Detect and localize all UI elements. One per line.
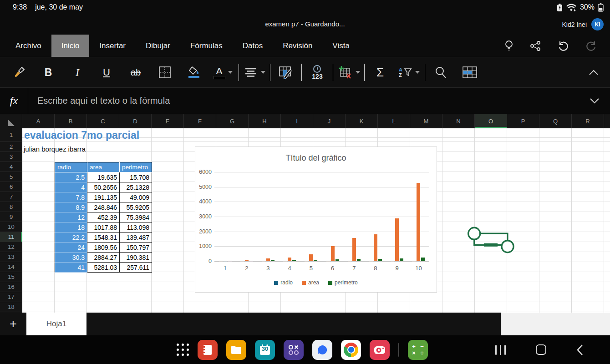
table-cell[interactable]: 55.9205 <box>120 202 152 212</box>
column-header-b[interactable]: B <box>55 114 87 128</box>
recents-button[interactable] <box>495 345 506 355</box>
alignment-button[interactable] <box>240 60 269 85</box>
column-header-l[interactable]: L <box>378 114 410 128</box>
column-header-m[interactable]: M <box>410 114 442 128</box>
chart-bar-perimetro[interactable] <box>378 259 382 261</box>
table-cell[interactable]: 50.2656 <box>87 182 120 192</box>
table-cell[interactable]: 1017.88 <box>87 222 120 233</box>
chart-bar-area[interactable] <box>395 218 399 261</box>
table-cell[interactable]: 24 <box>55 243 87 253</box>
chart-bar-perimetro[interactable] <box>292 260 296 261</box>
table-cell[interactable]: 248.846 <box>87 202 120 212</box>
table-cell[interactable]: 191.135 <box>87 192 120 202</box>
calculator-icon[interactable]: +−×÷ <box>408 340 428 360</box>
table-cell[interactable]: 30.3 <box>55 253 87 263</box>
table-cell[interactable]: 25.1328 <box>120 182 152 192</box>
chart-bar-perimetro[interactable] <box>249 261 253 262</box>
chrome-icon[interactable] <box>341 340 361 360</box>
table-cell[interactable]: 257.611 <box>120 263 152 273</box>
table-cell[interactable]: 113.098 <box>120 222 152 233</box>
chart-bar-radio[interactable] <box>391 261 394 262</box>
underline-button[interactable]: U <box>92 60 121 85</box>
insert-delete-cells-button[interactable] <box>334 60 363 85</box>
column-header-k[interactable]: K <box>346 114 378 128</box>
add-sheet-button[interactable]: + <box>0 313 26 335</box>
row-header-13[interactable]: 13 <box>0 252 22 262</box>
chart-bar-radio[interactable] <box>369 261 373 262</box>
column-header-h[interactable]: H <box>249 114 281 128</box>
cell-style-button[interactable] <box>271 60 300 85</box>
account-chip[interactable]: Kid2 Inei KI <box>562 18 604 30</box>
chart-bar-perimetro[interactable] <box>357 259 361 261</box>
chart-bar-radio[interactable] <box>412 261 416 262</box>
chart-bar-perimetro[interactable] <box>228 261 232 262</box>
chart-bar-area[interactable] <box>352 238 356 261</box>
table-cell[interactable]: 7.8 <box>55 192 87 202</box>
sheet-tab-hoja1[interactable]: Hoja1 <box>26 313 86 335</box>
embedded-bar-chart[interactable]: Título del gráfico radioareaperimetro 01… <box>195 147 437 293</box>
row-header-12[interactable]: 12 <box>0 242 22 252</box>
chart-bar-radio[interactable] <box>305 261 308 262</box>
tab-vista[interactable]: Vista <box>322 35 360 57</box>
chart-bar-area[interactable] <box>266 258 270 261</box>
row-header-10[interactable]: 10 <box>0 222 22 232</box>
tab-datos[interactable]: Datos <box>233 35 273 57</box>
column-header-n[interactable]: N <box>442 114 475 128</box>
table-cell[interactable]: 4 <box>55 182 87 192</box>
my-files-icon[interactable] <box>226 340 246 360</box>
table-cell[interactable]: 2884.27 <box>87 253 120 263</box>
tab-archivo[interactable]: Archivo <box>5 35 51 57</box>
share-icon[interactable] <box>530 40 541 51</box>
row-header-15[interactable]: 15 <box>0 272 22 282</box>
format-painter-button[interactable] <box>5 60 34 85</box>
data-table[interactable]: radioareaperimetro2.519.63515.708450.265… <box>55 162 152 273</box>
chart-bar-radio[interactable] <box>240 261 244 262</box>
table-cell[interactable]: 452.39 <box>87 212 120 222</box>
chart-bar-perimetro[interactable] <box>421 258 425 261</box>
chart-bar-area[interactable] <box>309 254 313 261</box>
row-header-6[interactable]: 6 <box>0 182 22 192</box>
table-cell[interactable]: 49.009 <box>120 192 152 202</box>
row-header-14[interactable]: 14 <box>0 262 22 272</box>
font-color-button[interactable]: A <box>208 60 238 85</box>
collapse-ribbon-chevron-up[interactable] <box>588 69 599 76</box>
tab-insertar[interactable]: Insertar <box>89 35 136 57</box>
chart-bar-radio[interactable] <box>262 261 265 262</box>
row-header-4[interactable]: 4 <box>0 162 22 172</box>
worksheet-grid[interactable]: 123456789101112131415161718 evaluacion 7… <box>0 128 610 313</box>
formula-input[interactable]: Escribe aquí el texto o la fórmula <box>37 96 170 106</box>
table-cell[interactable]: 19.635 <box>87 172 120 182</box>
camera-icon[interactable] <box>370 340 390 360</box>
table-cell[interactable]: 18 <box>55 222 87 233</box>
row-header-1[interactable]: 1 <box>0 128 22 142</box>
table-cell[interactable]: 41 <box>55 263 87 273</box>
bold-button[interactable]: B <box>34 60 63 85</box>
row-header-16[interactable]: 16 <box>0 282 22 292</box>
cell-a1-title[interactable]: evaluacion 7mo parcial <box>24 129 139 142</box>
chart-bar-area[interactable] <box>374 234 377 261</box>
chart-bar-area[interactable] <box>288 258 291 261</box>
row-header-2[interactable]: 2 <box>0 142 22 152</box>
table-cell[interactable]: 1548.31 <box>87 233 120 243</box>
table-cell[interactable]: 2.5 <box>55 172 87 182</box>
cell-a2-subtitle[interactable]: julian borquez ibarra <box>24 145 86 153</box>
row-header-17[interactable]: 17 <box>0 292 22 302</box>
home-button[interactable] <box>536 344 546 355</box>
game-launcher-icon[interactable] <box>284 340 304 360</box>
table-cell[interactable]: 12 <box>55 212 87 222</box>
row-header-7[interactable]: 7 <box>0 192 22 202</box>
chart-bar-radio[interactable] <box>348 261 351 262</box>
back-button[interactable] <box>576 344 584 356</box>
column-header-a[interactable]: A <box>22 114 55 128</box>
chart-bar-area[interactable] <box>331 246 335 261</box>
italic-button[interactable]: I <box>63 60 92 85</box>
chart-bar-area[interactable] <box>417 183 420 262</box>
row-header-18[interactable]: 18 <box>0 302 22 312</box>
fill-color-button[interactable] <box>179 60 208 85</box>
column-header-c[interactable]: C <box>87 114 119 128</box>
table-header-cell[interactable]: radio <box>55 162 87 172</box>
tab-formulas[interactable]: Fórmulas <box>180 35 233 57</box>
chart-bar-radio[interactable] <box>283 261 287 262</box>
calendar-icon[interactable]: 30 <box>255 340 275 360</box>
table-cell[interactable]: 15.708 <box>120 172 152 182</box>
